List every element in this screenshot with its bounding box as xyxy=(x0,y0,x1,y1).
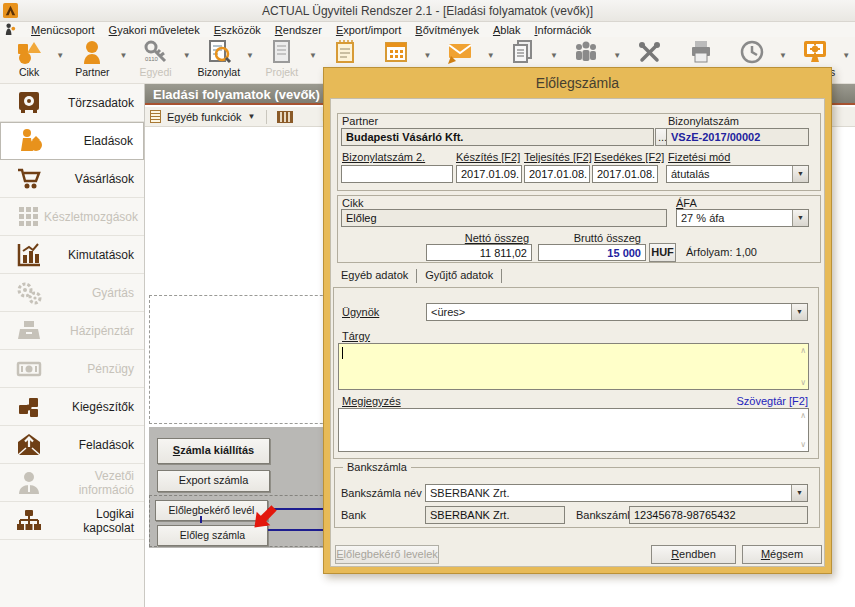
red-pointer-arrow-icon xyxy=(248,501,282,533)
bankszamla-label: Bankszámla xyxy=(576,509,636,521)
toolbar-button-partner[interactable]: Partner xyxy=(67,39,117,78)
dropdown-arrow-icon[interactable]: ▼ xyxy=(487,51,495,60)
sidebar-item-logikai-kapcsolat[interactable]: Logikai kapcsolat xyxy=(0,502,144,540)
dropdown-arrow-icon[interactable]: ▼ xyxy=(183,51,191,60)
menu-item-eszkozok[interactable]: Eszközök xyxy=(214,24,261,36)
window-title: ACTUAL Ügyviteli Rendszer 2.1 - [Eladási… xyxy=(262,4,593,18)
export-szamla-button[interactable]: Export számla xyxy=(157,470,270,492)
text-caret xyxy=(342,347,343,359)
dropdown-arrow-icon[interactable]: ▼ xyxy=(56,51,64,60)
orgchart-icon xyxy=(14,508,44,534)
seller-icon xyxy=(15,128,45,154)
tab-gyujto-adatok[interactable]: Gyűjtő adatok xyxy=(423,269,502,283)
partner-field[interactable]: Budapesti Vásárló Kft. xyxy=(341,128,654,146)
ugynok-select[interactable]: <üres>▼ xyxy=(426,303,808,321)
megjegyzes-textarea[interactable]: ∧ ∨ xyxy=(338,408,809,452)
stripes-icon[interactable] xyxy=(277,111,293,123)
egyeb-funkciok-button[interactable]: Egyéb funkciók xyxy=(167,111,242,123)
keszites-date-input[interactable]: 2017.01.09. xyxy=(456,165,522,183)
sidebar-item-eladasok[interactable]: Eladások xyxy=(0,122,144,160)
sidebar-item-vasarlasok[interactable]: Vásárlások xyxy=(0,160,144,198)
menu-item-bovitmenyek[interactable]: Bővítmények xyxy=(415,24,479,36)
sidebar-item-gyartas[interactable]: Gyártás xyxy=(0,274,144,312)
toolbar-button-cikk[interactable]: Cikk xyxy=(4,39,54,78)
dropdown-arrow-icon[interactable]: ▼ xyxy=(246,51,254,60)
esedekes-label: Esedékes [F2] xyxy=(594,151,664,163)
banknote-icon xyxy=(14,356,44,382)
esedekes-date-input[interactable]: 2017.01.08. xyxy=(592,165,658,183)
scroll-down-icon[interactable]: ∨ xyxy=(800,378,806,387)
afa-select[interactable]: 27 % áfa▼ xyxy=(676,209,809,227)
sidebar-item-kiegeszitok[interactable]: Kiegészítők xyxy=(0,388,144,426)
dropdown-arrow-icon[interactable]: ▼ xyxy=(248,112,256,121)
chart-icon xyxy=(14,242,44,268)
menu-item-informaciok[interactable]: Információk xyxy=(534,24,591,36)
tab-egyeb-adatok[interactable]: Egyéb adatok xyxy=(339,269,417,283)
bizonylatszam-field[interactable]: VSzE-2017/00002 xyxy=(666,128,809,146)
scroll-up-icon[interactable]: ∧ xyxy=(800,346,806,355)
bankszamla-nev-select[interactable]: SBERBANK Zrt.▼ xyxy=(425,484,808,502)
monitor-gear-icon xyxy=(802,39,828,65)
person-icon xyxy=(14,470,44,496)
teljesites-date-input[interactable]: 2017.01.08. xyxy=(524,165,590,183)
sidebar-item-torzsadatok[interactable]: Törzsadatok xyxy=(0,84,144,122)
dialog-title: Előlegszámla xyxy=(330,68,825,98)
dropdown-arrow-icon[interactable]: ▼ xyxy=(613,51,621,60)
currency-huf-button[interactable]: HUF xyxy=(649,243,676,262)
sidebar-item-hazipenztar[interactable]: Házipénztár xyxy=(0,312,144,350)
sidebar-item-feladasok[interactable]: Feladások xyxy=(0,426,144,464)
bank-field[interactable]: SBERBANK Zrt. xyxy=(425,506,565,524)
dropdown-arrow-icon[interactable]: ▼ xyxy=(779,51,787,60)
partner-head-icon xyxy=(79,39,105,65)
sidebar-item-kimutatasok[interactable]: Kimutatások xyxy=(0,236,144,274)
document-icon xyxy=(269,39,295,65)
ok-button[interactable]: Rendben xyxy=(651,545,736,564)
toolbar-button-projekt[interactable]: Projekt xyxy=(257,39,307,78)
sidebar-item-penzugy[interactable]: Pénzügy xyxy=(0,350,144,388)
dropdown-arrow-icon[interactable]: ▼ xyxy=(119,51,127,60)
bizonylatszam2-input[interactable] xyxy=(341,165,453,183)
menu-item-rendszer[interactable]: Rendszer xyxy=(275,24,322,36)
teljesites-label: Teljesítés [F2] xyxy=(524,151,592,163)
combo-arrow-icon[interactable]: ▼ xyxy=(792,210,808,226)
app-window: { "window": { "title": "ACTUAL Ügyviteli… xyxy=(0,0,855,607)
cikk-field[interactable]: Előleg xyxy=(341,209,667,227)
szamla-kiallitas-button[interactable]: Számla kiállítás xyxy=(157,438,270,464)
sidebar-item-keszletmozgasok[interactable]: Készletmozgások xyxy=(0,198,144,236)
dropdown-arrow-icon[interactable]: ▼ xyxy=(424,51,432,60)
toolbar-button-egyedi[interactable]: 0110 Egyedi xyxy=(130,39,180,78)
scroll-down-icon[interactable]: ∨ xyxy=(800,440,806,449)
bankszamla-field[interactable]: 12345678-98765432 xyxy=(629,506,808,524)
netto-osszeg-input[interactable]: 11 811,02 xyxy=(426,244,532,261)
menu-item-export-import[interactable]: Export/import xyxy=(336,24,401,36)
svg-text:0110: 0110 xyxy=(145,56,159,62)
menu-bar: Menücsoport Gyakori műveletek Eszközök R… xyxy=(0,22,855,37)
bizonylatszam2-label: Bizonylatszám 2. xyxy=(342,151,425,163)
combo-arrow-icon[interactable]: ▼ xyxy=(791,304,807,320)
menu-item-gyakori-muveletek[interactable]: Gyakori műveletek xyxy=(109,24,200,36)
elolegbekero-levelek-button[interactable]: Előlegbekérő levelek xyxy=(335,545,439,564)
menu-item-menucsoport[interactable]: Menücsoport xyxy=(31,24,95,36)
combo-arrow-icon[interactable]: ▼ xyxy=(791,485,807,501)
menu-item-ablak[interactable]: Ablak xyxy=(493,24,521,36)
sidebar-item-vezetoi-informacio[interactable]: Vezetői információ xyxy=(0,464,144,502)
arfolyam-text: Árfolyam: 1,00 xyxy=(686,246,757,258)
fizetesi-mod-select[interactable]: átutalás▼ xyxy=(666,165,809,183)
dropdown-arrow-icon[interactable]: ▼ xyxy=(309,51,317,60)
scroll-up-icon[interactable]: ∧ xyxy=(800,411,806,420)
toolbar-button-bizonylat[interactable]: Bizonylat xyxy=(194,39,244,78)
dropdown-arrow-icon[interactable]: ▼ xyxy=(550,51,558,60)
shapes-icon xyxy=(16,39,42,65)
fizetesi-mod-label: Fizetési mód xyxy=(668,151,730,163)
targy-label: Tárgy xyxy=(342,330,370,342)
szovegtar-link[interactable]: Szövegtár [F2] xyxy=(661,395,808,407)
brutto-osszeg-input[interactable]: 15 000 xyxy=(538,244,646,261)
cash-register-icon xyxy=(14,318,44,344)
cikk-label: Cikk xyxy=(342,197,363,209)
megjegyzes-label: Megjegyzés xyxy=(342,395,401,407)
combo-arrow-icon[interactable]: ▼ xyxy=(792,166,808,182)
dropdown-arrow-icon[interactable]: ▼ xyxy=(842,51,850,60)
targy-textarea[interactable]: ∧ ∨ xyxy=(338,343,809,390)
puzzle-icon xyxy=(14,394,44,420)
cancel-button[interactable]: Mégsem xyxy=(742,545,822,564)
